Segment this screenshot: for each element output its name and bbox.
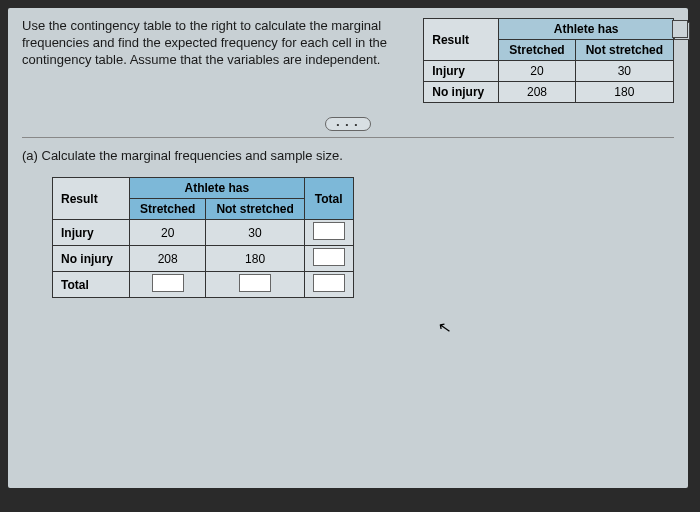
answer-col-group: Athlete has bbox=[130, 178, 305, 199]
given-col-group: Athlete has bbox=[499, 19, 674, 40]
answer-row3-label: Total bbox=[53, 272, 130, 298]
cursor-icon: ↖ bbox=[436, 317, 452, 338]
answer-grand-total bbox=[304, 272, 353, 298]
answer-cell: 208 bbox=[130, 246, 206, 272]
answer-row2-label: No injury bbox=[53, 246, 130, 272]
answer-cell: 20 bbox=[130, 220, 206, 246]
given-row-header: Result bbox=[424, 19, 499, 61]
answer-row-header: Result bbox=[53, 178, 130, 220]
answer-contingency-table: Result Athlete has Total Stretched Not s… bbox=[52, 177, 354, 298]
part-a-label: (a) Calculate the marginal frequencies a… bbox=[22, 148, 674, 163]
input-box[interactable] bbox=[313, 274, 345, 292]
answer-cell: 30 bbox=[206, 220, 304, 246]
answer-total-row2 bbox=[304, 246, 353, 272]
answer-total-col2 bbox=[206, 272, 304, 298]
answer-col2: Not stretched bbox=[206, 199, 304, 220]
given-cell: 180 bbox=[575, 82, 673, 103]
input-box[interactable] bbox=[239, 274, 271, 292]
given-row1-label: Injury bbox=[424, 61, 499, 82]
input-box[interactable] bbox=[313, 222, 345, 240]
instructions-text: Use the contingency table to the right t… bbox=[22, 18, 413, 69]
answer-total-col1 bbox=[130, 272, 206, 298]
question-page: Use the contingency table to the right t… bbox=[8, 8, 688, 488]
divider bbox=[22, 137, 674, 138]
answer-area: Result Athlete has Total Stretched Not s… bbox=[52, 177, 674, 298]
answer-total-row1 bbox=[304, 220, 353, 246]
input-box[interactable] bbox=[152, 274, 184, 292]
copy-icon[interactable] bbox=[674, 22, 690, 40]
given-row2-label: No injury bbox=[424, 82, 499, 103]
given-col2: Not stretched bbox=[575, 40, 673, 61]
input-box[interactable] bbox=[313, 248, 345, 266]
answer-row1-label: Injury bbox=[53, 220, 130, 246]
given-col1: Stretched bbox=[499, 40, 575, 61]
answer-col1: Stretched bbox=[130, 199, 206, 220]
given-contingency-table: Result Athlete has Stretched Not stretch… bbox=[423, 18, 674, 103]
given-cell: 208 bbox=[499, 82, 575, 103]
top-row: Use the contingency table to the right t… bbox=[22, 18, 674, 103]
given-cell: 30 bbox=[575, 61, 673, 82]
given-cell: 20 bbox=[499, 61, 575, 82]
expand-button[interactable]: • • • bbox=[325, 117, 371, 131]
answer-total-header: Total bbox=[304, 178, 353, 220]
answer-cell: 180 bbox=[206, 246, 304, 272]
